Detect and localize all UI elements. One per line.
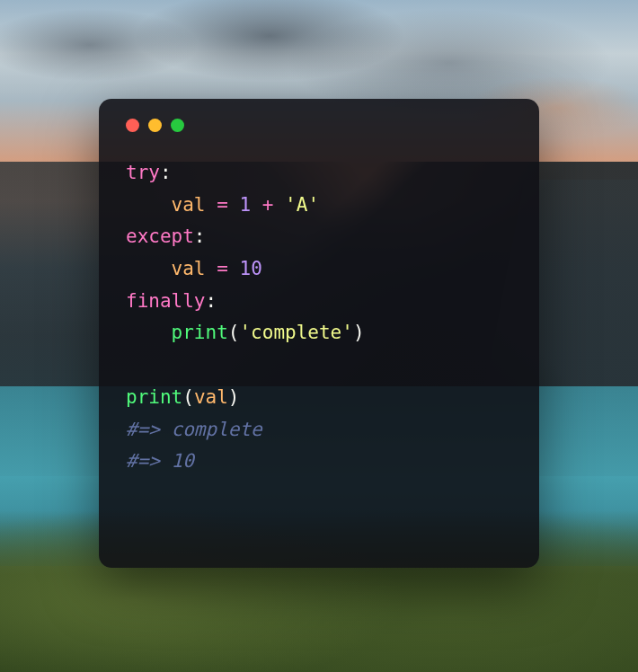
operator-equals: = bbox=[217, 258, 228, 279]
string-a: 'A' bbox=[285, 194, 319, 216]
paren-close: ) bbox=[228, 386, 240, 408]
space bbox=[251, 194, 262, 216]
indent bbox=[126, 194, 172, 216]
code-window: try: val = 1 + 'A' except: val = 10 fina… bbox=[99, 99, 539, 568]
colon: : bbox=[160, 162, 172, 183]
comment-output-10: #=> 10 bbox=[126, 450, 194, 472]
variable-val: val bbox=[172, 258, 206, 279]
function-print: print bbox=[126, 386, 182, 408]
keyword-finally: finally bbox=[126, 290, 206, 312]
space bbox=[228, 194, 240, 216]
code-content: try: val = 1 + 'A' except: val = 10 fina… bbox=[126, 157, 512, 478]
keyword-except: except bbox=[126, 225, 194, 247]
space bbox=[273, 194, 285, 216]
space bbox=[206, 194, 217, 216]
close-icon[interactable] bbox=[126, 119, 139, 132]
variable-val: val bbox=[172, 194, 206, 216]
indent bbox=[126, 322, 172, 343]
operator-plus: + bbox=[262, 194, 274, 216]
variable-val: val bbox=[194, 386, 228, 408]
number-10: 10 bbox=[239, 258, 261, 279]
paren-close: ) bbox=[353, 322, 365, 343]
window-traffic-lights bbox=[126, 119, 512, 132]
space bbox=[206, 258, 217, 279]
operator-equals: = bbox=[217, 194, 228, 216]
maximize-icon[interactable] bbox=[171, 119, 184, 132]
comment-output-complete: #=> complete bbox=[126, 419, 262, 440]
colon: : bbox=[206, 290, 217, 312]
indent bbox=[126, 258, 172, 279]
number-1: 1 bbox=[239, 194, 251, 216]
minimize-icon[interactable] bbox=[148, 119, 162, 132]
keyword-try: try bbox=[126, 162, 160, 183]
paren-open: ( bbox=[182, 386, 194, 408]
space bbox=[228, 258, 240, 279]
colon: : bbox=[194, 225, 206, 247]
string-complete: 'complete' bbox=[239, 322, 352, 343]
paren-open: ( bbox=[228, 322, 240, 343]
function-print: print bbox=[172, 322, 228, 343]
